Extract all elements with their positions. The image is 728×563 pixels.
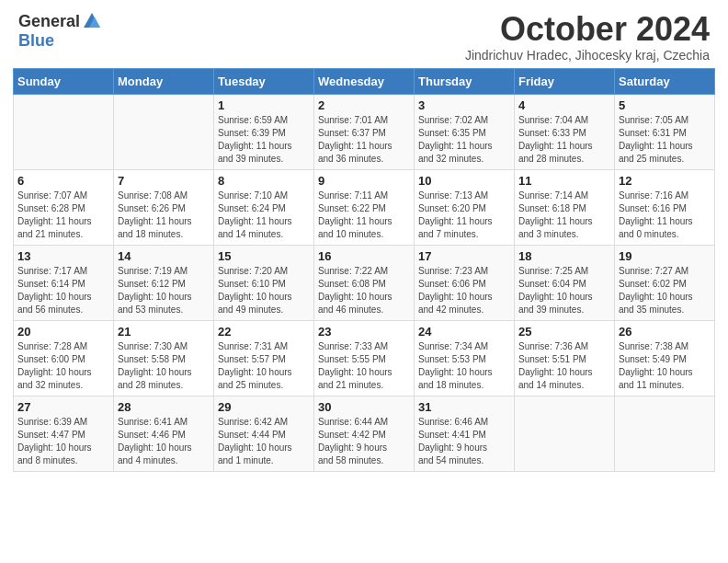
calendar-cell: 5Sunrise: 7:05 AM Sunset: 6:31 PM Daylig… <box>615 94 715 169</box>
week-row-0: 1Sunrise: 6:59 AM Sunset: 6:39 PM Daylig… <box>14 94 715 169</box>
calendar-cell: 16Sunrise: 7:22 AM Sunset: 6:08 PM Dayli… <box>314 245 415 320</box>
day-number: 28 <box>118 400 210 414</box>
day-number: 4 <box>518 98 610 112</box>
day-detail: Sunrise: 7:28 AM Sunset: 6:00 PM Dayligh… <box>17 340 109 392</box>
day-detail: Sunrise: 7:16 AM Sunset: 6:16 PM Dayligh… <box>619 190 711 241</box>
day-number: 2 <box>318 98 410 112</box>
day-detail: Sunrise: 7:01 AM Sunset: 6:37 PM Dayligh… <box>318 114 410 166</box>
day-number: 14 <box>118 249 210 263</box>
day-number: 31 <box>418 400 510 414</box>
day-detail: Sunrise: 7:33 AM Sunset: 5:55 PM Dayligh… <box>318 340 410 392</box>
day-detail: Sunrise: 7:11 AM Sunset: 6:22 PM Dayligh… <box>318 190 410 241</box>
day-number: 17 <box>418 249 510 263</box>
day-detail: Sunrise: 7:10 AM Sunset: 6:24 PM Dayligh… <box>218 190 310 241</box>
calendar-cell: 1Sunrise: 6:59 AM Sunset: 6:39 PM Daylig… <box>214 94 314 169</box>
calendar-table: SundayMondayTuesdayWednesdayThursdayFrid… <box>13 68 715 472</box>
calendar-cell: 4Sunrise: 7:04 AM Sunset: 6:33 PM Daylig… <box>515 94 615 169</box>
calendar-cell: 20Sunrise: 7:28 AM Sunset: 6:00 PM Dayli… <box>14 320 114 396</box>
calendar-cell <box>14 94 114 169</box>
day-number: 16 <box>318 249 410 263</box>
calendar-cell: 7Sunrise: 7:08 AM Sunset: 6:26 PM Daylig… <box>114 169 214 245</box>
header-cell-monday: Monday <box>114 68 214 94</box>
day-number: 12 <box>619 174 711 188</box>
calendar-cell: 30Sunrise: 6:44 AM Sunset: 4:42 PM Dayli… <box>314 396 415 471</box>
calendar-cell: 10Sunrise: 7:13 AM Sunset: 6:20 PM Dayli… <box>415 169 515 245</box>
header-cell-tuesday: Tuesday <box>214 68 314 94</box>
calendar-body: 1Sunrise: 6:59 AM Sunset: 6:39 PM Daylig… <box>14 94 715 471</box>
day-number: 7 <box>118 174 210 188</box>
calendar-cell: 19Sunrise: 7:27 AM Sunset: 6:02 PM Dayli… <box>615 245 715 320</box>
calendar-cell: 15Sunrise: 7:20 AM Sunset: 6:10 PM Dayli… <box>214 245 314 320</box>
month-title: October 2024 <box>465 11 710 48</box>
day-number: 15 <box>218 249 310 263</box>
day-detail: Sunrise: 7:13 AM Sunset: 6:20 PM Dayligh… <box>418 190 510 241</box>
day-number: 1 <box>218 98 310 112</box>
day-detail: Sunrise: 7:23 AM Sunset: 6:06 PM Dayligh… <box>418 265 510 316</box>
day-number: 3 <box>418 98 510 112</box>
logo-blue-text: Blue <box>18 31 54 51</box>
day-number: 8 <box>218 174 310 188</box>
day-number: 29 <box>218 400 310 414</box>
day-detail: Sunrise: 7:14 AM Sunset: 6:18 PM Dayligh… <box>518 190 610 241</box>
calendar-cell: 22Sunrise: 7:31 AM Sunset: 5:57 PM Dayli… <box>214 320 314 396</box>
day-number: 21 <box>118 325 210 339</box>
day-number: 13 <box>17 249 109 263</box>
day-detail: Sunrise: 7:31 AM Sunset: 5:57 PM Dayligh… <box>218 340 310 392</box>
week-row-1: 6Sunrise: 7:07 AM Sunset: 6:28 PM Daylig… <box>14 169 715 245</box>
day-number: 9 <box>318 174 410 188</box>
logo: General Blue <box>18 11 102 51</box>
day-number: 24 <box>418 325 510 339</box>
day-number: 19 <box>619 249 711 263</box>
calendar-cell: 6Sunrise: 7:07 AM Sunset: 6:28 PM Daylig… <box>14 169 114 245</box>
header-cell-saturday: Saturday <box>615 68 715 94</box>
calendar-cell: 17Sunrise: 7:23 AM Sunset: 6:06 PM Dayli… <box>415 245 515 320</box>
day-detail: Sunrise: 7:02 AM Sunset: 6:35 PM Dayligh… <box>418 114 510 166</box>
page-header: General Blue October 2024 Jindrichuv Hra… <box>0 0 728 68</box>
day-detail: Sunrise: 6:44 AM Sunset: 4:42 PM Dayligh… <box>318 416 410 467</box>
location-subtitle: Jindrichuv Hradec, Jihocesky kraj, Czech… <box>465 48 710 63</box>
day-number: 27 <box>17 400 109 414</box>
header-cell-wednesday: Wednesday <box>314 68 415 94</box>
day-number: 26 <box>619 325 711 339</box>
header-cell-thursday: Thursday <box>415 68 515 94</box>
header-row: SundayMondayTuesdayWednesdayThursdayFrid… <box>14 68 715 94</box>
calendar-cell: 8Sunrise: 7:10 AM Sunset: 6:24 PM Daylig… <box>214 169 314 245</box>
calendar-cell: 12Sunrise: 7:16 AM Sunset: 6:16 PM Dayli… <box>615 169 715 245</box>
calendar-cell: 26Sunrise: 7:38 AM Sunset: 5:49 PM Dayli… <box>615 320 715 396</box>
calendar-cell: 23Sunrise: 7:33 AM Sunset: 5:55 PM Dayli… <box>314 320 415 396</box>
day-number: 10 <box>418 174 510 188</box>
calendar-cell: 25Sunrise: 7:36 AM Sunset: 5:51 PM Dayli… <box>515 320 615 396</box>
day-detail: Sunrise: 6:59 AM Sunset: 6:39 PM Dayligh… <box>218 114 310 166</box>
calendar-cell: 18Sunrise: 7:25 AM Sunset: 6:04 PM Dayli… <box>515 245 615 320</box>
day-detail: Sunrise: 6:46 AM Sunset: 4:41 PM Dayligh… <box>418 416 510 467</box>
week-row-3: 20Sunrise: 7:28 AM Sunset: 6:00 PM Dayli… <box>14 320 715 396</box>
day-detail: Sunrise: 7:27 AM Sunset: 6:02 PM Dayligh… <box>619 265 711 316</box>
day-detail: Sunrise: 6:41 AM Sunset: 4:46 PM Dayligh… <box>118 416 210 467</box>
day-detail: Sunrise: 7:19 AM Sunset: 6:12 PM Dayligh… <box>118 265 210 316</box>
calendar-container: SundayMondayTuesdayWednesdayThursdayFrid… <box>0 68 728 481</box>
calendar-cell: 2Sunrise: 7:01 AM Sunset: 6:37 PM Daylig… <box>314 94 415 169</box>
day-number: 23 <box>318 325 410 339</box>
calendar-cell: 11Sunrise: 7:14 AM Sunset: 6:18 PM Dayli… <box>515 169 615 245</box>
calendar-cell: 13Sunrise: 7:17 AM Sunset: 6:14 PM Dayli… <box>14 245 114 320</box>
calendar-cell <box>114 94 214 169</box>
week-row-2: 13Sunrise: 7:17 AM Sunset: 6:14 PM Dayli… <box>14 245 715 320</box>
calendar-cell: 31Sunrise: 6:46 AM Sunset: 4:41 PM Dayli… <box>415 396 515 471</box>
day-detail: Sunrise: 7:07 AM Sunset: 6:28 PM Dayligh… <box>17 190 109 241</box>
logo-icon <box>82 11 102 31</box>
day-detail: Sunrise: 7:25 AM Sunset: 6:04 PM Dayligh… <box>518 265 610 316</box>
calendar-cell: 24Sunrise: 7:34 AM Sunset: 5:53 PM Dayli… <box>415 320 515 396</box>
calendar-cell: 28Sunrise: 6:41 AM Sunset: 4:46 PM Dayli… <box>114 396 214 471</box>
day-detail: Sunrise: 6:39 AM Sunset: 4:47 PM Dayligh… <box>17 416 109 467</box>
day-number: 22 <box>218 325 310 339</box>
day-detail: Sunrise: 7:22 AM Sunset: 6:08 PM Dayligh… <box>318 265 410 316</box>
day-detail: Sunrise: 7:38 AM Sunset: 5:49 PM Dayligh… <box>619 340 711 392</box>
header-cell-friday: Friday <box>515 68 615 94</box>
day-detail: Sunrise: 7:08 AM Sunset: 6:26 PM Dayligh… <box>118 190 210 241</box>
calendar-cell: 21Sunrise: 7:30 AM Sunset: 5:58 PM Dayli… <box>114 320 214 396</box>
day-detail: Sunrise: 7:05 AM Sunset: 6:31 PM Dayligh… <box>619 114 711 166</box>
calendar-cell <box>515 396 615 471</box>
calendar-cell: 14Sunrise: 7:19 AM Sunset: 6:12 PM Dayli… <box>114 245 214 320</box>
day-detail: Sunrise: 7:36 AM Sunset: 5:51 PM Dayligh… <box>518 340 610 392</box>
day-detail: Sunrise: 7:20 AM Sunset: 6:10 PM Dayligh… <box>218 265 310 316</box>
